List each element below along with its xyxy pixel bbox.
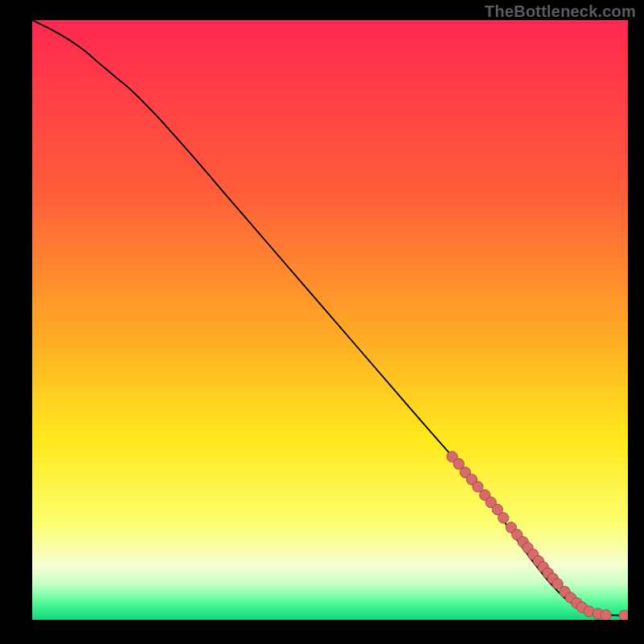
attribution-label: TheBottleneck.com: [485, 2, 636, 21]
chart-frame: TheBottleneck.com: [0, 0, 644, 644]
data-point: [619, 610, 628, 620]
plot-area: [32, 20, 628, 620]
curve-line: [32, 20, 628, 616]
chart-svg: [32, 20, 628, 620]
points-group: [447, 452, 628, 620]
data-point: [601, 609, 611, 620]
data-point: [498, 513, 509, 523]
